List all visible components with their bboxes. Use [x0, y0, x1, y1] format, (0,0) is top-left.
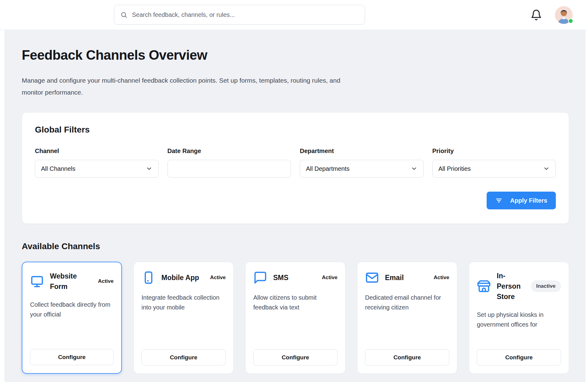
global-search[interactable]	[114, 5, 365, 24]
department-filter-field: Department All Departments	[300, 148, 424, 178]
channel-card[interactable]: In-Person Store Inactive Set up physical…	[469, 262, 569, 374]
channel-card-header: Email Active	[365, 271, 449, 285]
status-badge: Active	[322, 275, 337, 281]
channel-description: Dedicated email channel for receiving ci…	[365, 293, 449, 312]
channel-card[interactable]: Email Active Dedicated email channel for…	[357, 262, 457, 374]
search-icon	[120, 11, 127, 18]
channel-cards-grid: Website Form Active Collect feedback dir…	[22, 262, 569, 374]
channel-name: Email	[385, 272, 428, 283]
priority-select[interactable]: All Priorities	[432, 160, 556, 178]
department-select-value: All Departments	[306, 165, 349, 172]
status-badge: Inactive	[531, 280, 561, 292]
available-channels-heading: Available Channels	[22, 242, 569, 251]
date-range-input[interactable]	[168, 160, 291, 178]
channel-name: In-Person Store	[497, 271, 525, 302]
chat-bubble-icon	[253, 271, 267, 285]
channel-filter-label: Channel	[35, 148, 159, 155]
department-filter-label: Department	[300, 148, 424, 155]
configure-button[interactable]: Configure	[30, 349, 114, 365]
channel-description: Integrate feedback collection into your …	[141, 293, 226, 312]
channel-name: Mobile App	[161, 272, 204, 283]
storefront-icon	[477, 279, 491, 293]
priority-filter-label: Priority	[432, 148, 556, 155]
channel-card[interactable]: SMS Active Allow citizens to submit feed…	[245, 262, 345, 374]
online-status-dot	[568, 18, 573, 24]
apply-filters-label: Apply Filters	[510, 197, 547, 204]
filters-actions: Apply Filters	[35, 192, 556, 209]
page-subtitle: Manage and configure your multi-channel …	[22, 74, 352, 98]
channel-description: Collect feedback directly from your offi…	[30, 300, 114, 319]
filter-icon	[495, 197, 503, 204]
channel-select-value: All Channels	[41, 165, 75, 172]
channel-description: Set up physical kiosks in government off…	[477, 310, 561, 329]
chevron-down-icon	[543, 165, 550, 172]
monitor-icon	[30, 274, 44, 288]
priority-filter-field: Priority All Priorities	[432, 148, 556, 178]
envelope-icon	[365, 271, 379, 285]
filters-grid: Channel All Channels Date Range Departme…	[35, 148, 556, 178]
channel-card-header: Mobile App Active	[141, 271, 226, 285]
configure-button[interactable]: Configure	[253, 349, 337, 365]
smartphone-icon	[141, 271, 156, 285]
user-avatar[interactable]	[555, 6, 573, 24]
global-filters-card: Global Filters Channel All Channels Date…	[22, 112, 569, 224]
apply-filters-button[interactable]: Apply Filters	[487, 192, 556, 209]
configure-button[interactable]: Configure	[365, 349, 449, 365]
channel-card[interactable]: Website Form Active Collect feedback dir…	[22, 262, 122, 374]
page-title: Feedback Channels Overview	[22, 47, 569, 63]
channel-select[interactable]: All Channels	[35, 160, 159, 178]
date-range-label: Date Range	[168, 148, 291, 155]
top-bar	[0, 0, 588, 30]
date-range-field: Date Range	[168, 148, 291, 178]
bell-icon[interactable]	[530, 9, 542, 21]
channel-card-header: Website Form Active	[30, 271, 114, 292]
channel-name: SMS	[273, 272, 316, 283]
chevron-down-icon	[146, 165, 153, 172]
status-badge: Active	[434, 275, 449, 281]
filters-heading: Global Filters	[35, 125, 556, 135]
channel-card-header: In-Person Store Inactive	[477, 271, 561, 302]
topbar-actions	[530, 0, 573, 30]
main-content: Feedback Channels Overview Manage and co…	[5, 30, 585, 382]
channel-description: Allow citizens to submit feedback via te…	[253, 293, 337, 312]
channel-name: Website Form	[50, 271, 92, 292]
channel-filter-field: Channel All Channels	[35, 148, 159, 178]
app-window: Feedback Channels Overview Manage and co…	[0, 0, 588, 382]
department-select[interactable]: All Departments	[300, 160, 424, 178]
priority-select-value: All Priorities	[439, 165, 471, 172]
configure-button[interactable]: Configure	[477, 349, 561, 365]
status-badge: Active	[210, 275, 226, 281]
chevron-down-icon	[411, 165, 417, 172]
configure-button[interactable]: Configure	[141, 349, 226, 365]
status-badge: Active	[98, 278, 114, 284]
channel-card-header: SMS Active	[253, 271, 337, 285]
search-input[interactable]	[132, 11, 359, 18]
channel-card[interactable]: Mobile App Active Integrate feedback col…	[134, 262, 234, 374]
